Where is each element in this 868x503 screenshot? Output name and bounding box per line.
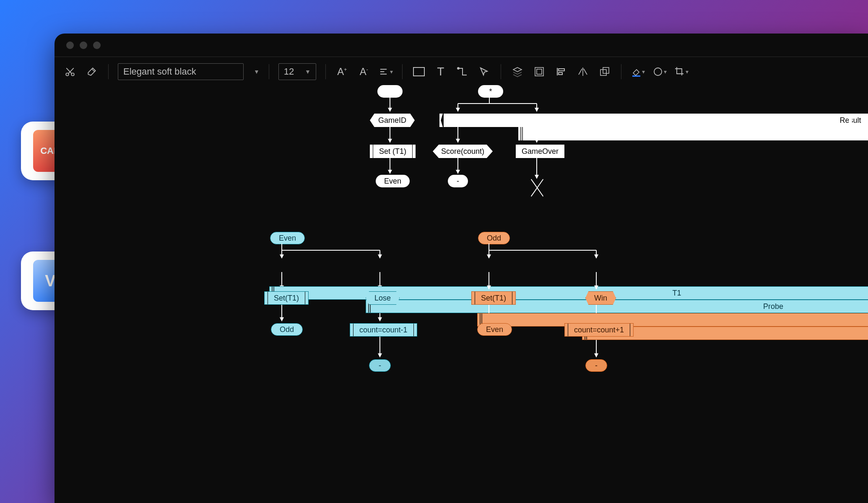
node-set-t1[interactable]: Set (T1) bbox=[370, 145, 416, 158]
start-node[interactable] bbox=[377, 85, 403, 98]
node-gameover[interactable]: GameOver bbox=[516, 145, 564, 158]
rectangle-tool[interactable] bbox=[412, 65, 426, 79]
text-tool[interactable]: T bbox=[434, 65, 448, 79]
svg-rect-4 bbox=[535, 67, 543, 76]
svg-marker-59 bbox=[594, 285, 598, 290]
canvas[interactable]: GameID Set (T1) Even * Result Score(coun… bbox=[55, 86, 868, 503]
node-even[interactable]: Even bbox=[376, 175, 410, 187]
svg-rect-10 bbox=[632, 75, 640, 77]
odd-end[interactable]: - bbox=[585, 359, 607, 372]
svg-rect-9 bbox=[603, 67, 609, 73]
svg-rect-2 bbox=[413, 67, 424, 76]
v-label: V bbox=[45, 272, 55, 290]
svg-point-1 bbox=[71, 73, 74, 76]
odd-count[interactable]: count=count+1 bbox=[564, 323, 634, 337]
cut-button[interactable] bbox=[63, 65, 77, 79]
svg-rect-7 bbox=[559, 73, 562, 75]
duplicate-button[interactable] bbox=[598, 65, 612, 79]
toolbar: Elegant soft black ▼ 12 ▼ A+ A- ▾ T ▾ ▾ … bbox=[55, 57, 868, 86]
chevron-down-icon: ▼ bbox=[305, 68, 311, 75]
svg-marker-13 bbox=[388, 108, 392, 112]
increase-font-button[interactable]: A+ bbox=[335, 65, 349, 79]
align-left-button[interactable] bbox=[554, 65, 568, 79]
font-family-select[interactable]: Elegant soft black bbox=[118, 63, 244, 80]
svg-marker-53 bbox=[594, 254, 598, 259]
terminate-x-icon bbox=[527, 177, 548, 198]
svg-marker-23 bbox=[535, 108, 539, 112]
svg-marker-63 bbox=[594, 353, 598, 358]
svg-marker-37 bbox=[378, 254, 382, 259]
node-score[interactable]: Score(count) bbox=[433, 145, 493, 158]
svg-point-0 bbox=[66, 73, 69, 76]
svg-marker-17 bbox=[388, 170, 392, 174]
odd-even[interactable]: Even bbox=[477, 323, 512, 336]
odd-win[interactable]: Win bbox=[585, 291, 616, 305]
align-button[interactable]: ▾ bbox=[379, 65, 393, 79]
flip-button[interactable] bbox=[576, 65, 590, 79]
title-bar bbox=[55, 34, 868, 57]
traffic-light-max[interactable] bbox=[93, 41, 101, 49]
font-size: 12 bbox=[284, 66, 294, 77]
even-odd[interactable]: Odd bbox=[271, 323, 303, 336]
traffic-light-close[interactable] bbox=[66, 41, 74, 49]
font-size-select[interactable]: 12 ▼ bbox=[278, 63, 316, 80]
svg-rect-6 bbox=[559, 69, 564, 71]
svg-marker-47 bbox=[378, 353, 382, 358]
even-end[interactable]: - bbox=[369, 359, 391, 372]
chevron-down-icon: ▼ bbox=[254, 68, 260, 75]
app-window: Elegant soft black ▼ 12 ▼ A+ A- ▾ T ▾ ▾ … bbox=[55, 34, 868, 503]
odd-set-t1[interactable]: Set(T1) bbox=[471, 291, 516, 305]
connector-tool[interactable] bbox=[455, 65, 470, 79]
svg-marker-35 bbox=[280, 254, 284, 259]
decrease-font-button[interactable]: A- bbox=[357, 65, 371, 79]
even-probe[interactable]: Probe bbox=[366, 300, 868, 313]
svg-point-11 bbox=[654, 68, 662, 75]
svg-rect-5 bbox=[537, 69, 542, 74]
svg-marker-41 bbox=[280, 317, 284, 322]
svg-marker-15 bbox=[388, 139, 392, 143]
svg-marker-45 bbox=[378, 317, 382, 322]
even-lose[interactable]: Lose bbox=[366, 291, 400, 305]
even-count[interactable]: count=count-1 bbox=[350, 323, 417, 337]
svg-marker-51 bbox=[487, 254, 491, 259]
node-dash-1[interactable]: - bbox=[448, 175, 468, 187]
format-painter-button[interactable] bbox=[85, 65, 99, 79]
even-set-t1[interactable]: Set(T1) bbox=[264, 291, 309, 305]
node-gameid[interactable]: GameID bbox=[370, 114, 415, 127]
svg-point-3 bbox=[457, 67, 459, 69]
group-button[interactable] bbox=[532, 65, 546, 79]
odd-t1[interactable]: T1 bbox=[477, 313, 868, 327]
node-result[interactable]: Result bbox=[444, 114, 868, 127]
svg-marker-55 bbox=[487, 285, 491, 290]
crop-button[interactable]: ▾ bbox=[674, 65, 689, 79]
traffic-light-min[interactable] bbox=[80, 41, 87, 49]
node-endgame[interactable]: EndGame bbox=[518, 127, 868, 140]
font-name: Elegant soft black bbox=[123, 66, 196, 77]
layers-button[interactable] bbox=[510, 65, 525, 79]
svg-rect-8 bbox=[600, 70, 606, 75]
fill-color-button[interactable]: ▾ bbox=[631, 65, 645, 79]
wire-even bbox=[256, 232, 398, 404]
line-style-button[interactable]: ▾ bbox=[652, 65, 667, 79]
wire-top-branch bbox=[457, 86, 583, 195]
pointer-tool[interactable] bbox=[477, 65, 491, 79]
